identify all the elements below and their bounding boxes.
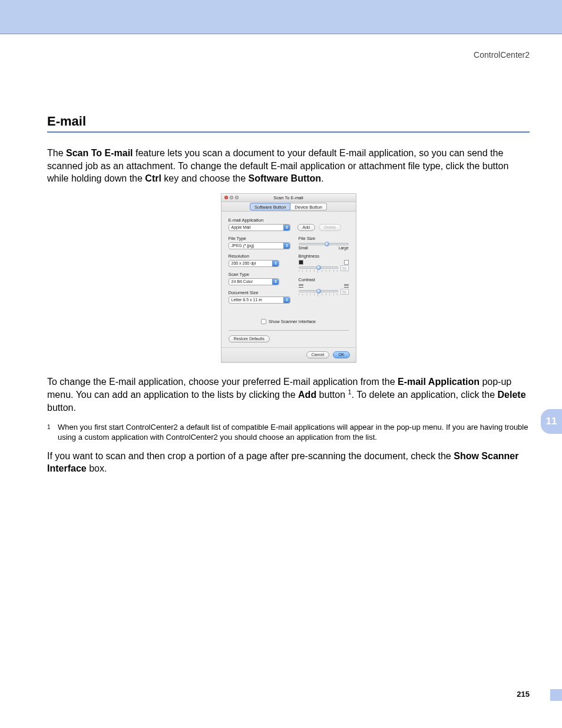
chevron-updown-icon [283,243,290,249]
footnote-number: 1 [47,423,58,430]
text: button [316,390,348,400]
resolution-select[interactable]: 200 x 200 dpi [229,260,279,267]
high-contrast-icon [344,284,349,288]
resolution-value: 200 x 200 dpi [232,261,256,265]
email-application-value: Apple Mail [232,225,251,229]
document-size-value: Letter 8.5 x 11 in [232,298,262,302]
show-scanner-interface-checkbox[interactable] [261,319,266,324]
chevron-updown-icon [283,225,290,230]
divider [229,330,349,331]
dialog-footer: Cancel OK [222,347,356,362]
cancel-button[interactable]: Cancel [306,351,330,358]
corner-accent [550,689,562,701]
file-size-slider[interactable] [299,243,349,245]
chevron-updown-icon [283,297,290,303]
titlebar: Scan To E-mail [222,194,356,202]
label-small: Small [299,246,308,250]
bold-email-application: E-mail Application [398,377,480,387]
dialog-title: Scan To E-mail [222,195,356,200]
footnote-1: 1 When you first start ControlCenter2 a … [47,423,530,443]
paragraph-3: If you want to scan and then crop a port… [47,450,530,475]
tab-software-button[interactable]: Software Button [250,203,290,210]
label-file-type: File Type [229,236,290,241]
footnote-text: When you first start ControlCenter2 a de… [58,423,530,443]
chevron-updown-icon [272,279,279,285]
chapter-tab: 11 [541,409,562,434]
label-email-application: E-mail Application [229,218,349,223]
label-contrast: Contrast [299,277,349,282]
text: To change the E-mail application, choose… [47,377,398,387]
label-scan-type: Scan Type [229,272,290,277]
file-type-select[interactable]: JPEG (*.jpg) [229,242,290,249]
tab-device-button[interactable]: Device Button [290,203,327,210]
ok-button[interactable]: OK [333,351,349,358]
text: button. [47,403,76,413]
dialog-screenshot: Scan To E-mail Software Button Device Bu… [47,193,530,363]
low-contrast-icon [299,284,303,288]
document-size-select[interactable]: Letter 8.5 x 11 in [229,297,290,304]
contrast-value[interactable]: 50 [340,289,349,295]
text: key and choose the [161,173,249,183]
chevron-updown-icon [272,261,279,266]
bold-delete: Delete [498,390,526,400]
label-resolution: Resolution [229,253,290,259]
scan-to-email-dialog: Scan To E-mail Software Button Device Bu… [221,193,356,363]
header-app-name: ControlCenter2 [474,50,530,60]
label-show-scanner-interface: Show Scanner Interface [269,319,316,324]
paragraph-2: To change the E-mail application, choose… [47,375,530,414]
bold-ctrl: Ctrl [145,173,161,183]
label-file-size: File Size [299,236,349,241]
scan-type-value: 24 Bit Color [232,279,253,284]
bold-scan-to-email: Scan To E-mail [66,148,133,158]
tab-strip: Software Button Device Button [222,202,356,212]
delete-button[interactable]: Delete [319,224,341,231]
add-button[interactable]: Add [297,224,315,231]
file-type-value: JPEG (*.jpg) [232,243,254,248]
dark-icon [299,260,303,265]
text: The [47,148,66,158]
section-title: E-mail [47,114,530,133]
text: . To delete an application, click the [352,390,498,400]
paragraph-1: The Scan To E-mail feature lets you scan… [47,147,530,185]
page-number: 215 [517,690,530,699]
brightness-slider[interactable] [299,266,338,269]
label-document-size: Document Size [229,290,290,295]
text: If you want to scan and then crop a port… [47,451,454,461]
contrast-slider[interactable] [299,290,338,292]
scan-type-select[interactable]: 24 Bit Color [229,278,279,285]
text: . [321,173,323,183]
top-banner [0,0,562,34]
label-large: Large [339,246,349,250]
label-brightness: Brightness [299,253,349,259]
email-application-select[interactable]: Apple Mail [229,224,290,231]
light-icon [344,260,349,265]
page-content: E-mail The Scan To E-mail feature lets y… [0,34,562,475]
text: box. [87,463,107,473]
restore-defaults-button[interactable]: Restore Defaults [229,335,270,342]
bold-add: Add [298,390,316,400]
bold-software-button: Software Button [249,173,322,183]
dialog-body: E-mail Application Apple Mail Add Delete… [222,212,356,347]
brightness-value[interactable]: 50 [340,265,349,271]
